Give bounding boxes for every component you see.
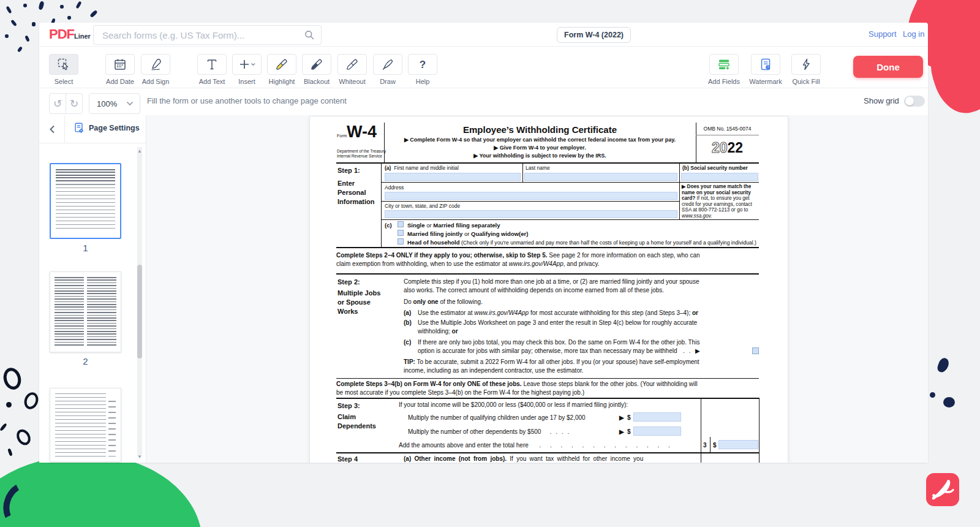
draw-pen-icon [381,58,394,71]
step4-label: Step 4 [337,455,358,463]
scroll-up-arrow[interactable]: ▲ [136,148,143,154]
support-link[interactable]: Support [869,29,897,39]
search-icon[interactable] [304,29,315,40]
step2-c-line2: option is accurate for jobs with similar… [418,347,700,354]
first-name-field[interactable] [385,173,521,181]
insert-button[interactable]: Insert [232,54,262,75]
quick-fill-button[interactable]: Quick Fill [791,54,821,75]
form-title: Employee’s Withholding Certificate [384,124,696,135]
form-word: Form [337,134,347,138]
show-grid-label: Show grid [864,96,899,105]
page-settings-button[interactable]: Page Settings [73,122,140,134]
pages-sidebar: Page Settings 1 2 ▲ ▼ [39,115,146,463]
desktop: { "colors": { "accent_red": "#f4515c", "… [0,0,980,527]
step2-tip-line1: TIP: To be accurate, submit a 2022 Form … [404,358,699,365]
city-field[interactable] [385,210,677,218]
plus-chevron-icon [238,58,256,71]
logo-pdf-text: PDF [49,26,74,42]
page-settings-label: Page Settings [89,124,140,132]
step3-line1: Multiply the number of qualifying childr… [408,414,586,421]
step2c-checkbox[interactable] [752,347,759,354]
undo-icon: ↺ [53,97,62,110]
sidebar-scrollbar-thumb[interactable] [137,265,142,358]
address-field[interactable] [385,192,677,200]
zoom-select[interactable]: 100% [89,93,140,114]
page-number-1: 1 [50,243,121,253]
select-cursor-icon [57,58,70,71]
highlight-button[interactable]: Highlight [267,54,296,75]
form-subtitle1: ▶ Complete Form W-4 so that your employe… [384,137,696,143]
last-name-field[interactable] [524,173,677,181]
ssn-field[interactable] [681,173,758,181]
step2-p1-line2: also works. The correct amount of withho… [404,287,664,294]
head-household-checkbox[interactable] [398,238,404,245]
show-grid-toggle[interactable] [904,96,925,107]
page-thumbnail-1[interactable] [50,163,121,239]
blackout-button[interactable]: Blackout [302,54,331,75]
draw-button[interactable]: Draw [373,54,402,75]
watermark-button[interactable]: Watermark [751,54,780,75]
search-input[interactable] [101,26,300,44]
scroll-down-arrow[interactable]: ▼ [136,454,143,460]
logo-liner-text: Liner [74,32,91,40]
form-subtitle3: ▶ Your withholding is subject to review … [384,153,696,159]
pdfliner-logo[interactable]: PDFLiner [49,26,91,42]
other-dependents-amount-field[interactable] [633,427,681,436]
done-button[interactable]: Done [853,56,923,78]
married-jointly-checkbox[interactable] [398,230,404,236]
redo-button[interactable]: ↻ [66,93,83,114]
steps34-note-line1: Complete Steps 3–4(b) on Form W-4 for on… [336,381,698,387]
step2-p1-line1: Complete this step if you (1) hold more … [404,278,699,285]
step2-label: Step 2: [337,278,360,286]
document-title-chip: Form W-4 (2022) [557,27,631,43]
search-bar [93,25,322,45]
watermark-icon [759,58,772,71]
calendar-icon [113,58,127,71]
top-bar: PDFLiner Form W-4 (2022) Support Log in [39,23,928,47]
step4-a: (a) Other income (not from jobs). If you… [404,455,643,462]
dept-line2: Internal Revenue Service [337,154,382,158]
editor-hint-text: Fill the form or use another tools to ch… [147,96,347,105]
ssa-note: ▶ Does your name match the name on your … [682,184,757,219]
steps34-note-line2: be most accurate if you complete Steps 3… [336,389,584,396]
step2-b-line1: Use the Multiple Jobs Worksheet on page … [418,319,697,326]
undo-button[interactable]: ↺ [49,93,66,114]
whiteout-button[interactable]: Whiteout [337,54,367,75]
question-icon: ? [420,59,426,70]
qualifying-children-amount-field[interactable] [633,412,681,422]
ssa-link: www.ssa.gov. [682,213,712,219]
step3-line2: Multiply the number of other dependents … [408,428,570,435]
step2-p2: Do only one of the following. [404,298,483,305]
document-canvas: Form W-4 Department of the Treasury Inte… [146,115,928,463]
help-button[interactable]: ? Help [408,54,437,75]
add-date-button[interactable]: Add Date [105,54,135,75]
steps24-note-line1: Complete Steps 2–4 ONLY if they apply to… [336,252,700,259]
step3-total-field[interactable] [718,440,758,449]
step3-label: Step 3: [337,402,360,409]
pdf-logo-icon [926,473,959,509]
last-name-label: Last name [526,165,550,171]
ssn-label: (b) Social security number [682,165,748,171]
blackout-brush-icon [310,58,323,71]
form-year: 2022 [696,140,759,156]
select-tool-button[interactable]: Select [49,54,78,75]
step2-c-line1: If there are only two jobs total, you ma… [418,339,699,346]
add-sign-button[interactable]: Add Sign [141,54,170,75]
pdfliner-app-window: PDFLiner Form W-4 (2022) Support Log in … [39,23,928,463]
highlight-brush-icon [275,58,288,71]
page-settings-icon [73,122,85,134]
filing-status-married: Married filing jointly or Qualifying wid… [407,230,528,237]
page-thumbnail-3[interactable] [50,388,121,462]
login-link[interactable]: Log in [903,29,924,39]
collapse-sidebar-button[interactable] [39,115,65,143]
dept-line1: Department of the Treasury [337,149,386,153]
signature-pen-icon [149,58,162,71]
single-checkbox[interactable] [398,221,404,227]
chevron-left-icon [49,125,55,134]
secondary-toolbar: ↺ ↻ 100% Fill the form or use another to… [39,88,928,116]
page-thumbnail-2[interactable] [50,271,121,352]
add-fields-button[interactable]: Add Fields [709,54,739,75]
add-text-button[interactable]: Add Text [197,54,227,75]
step2-tip-line2: income, including as an independent cont… [404,367,584,374]
first-name-label: (a) First name and middle initial [385,165,459,171]
